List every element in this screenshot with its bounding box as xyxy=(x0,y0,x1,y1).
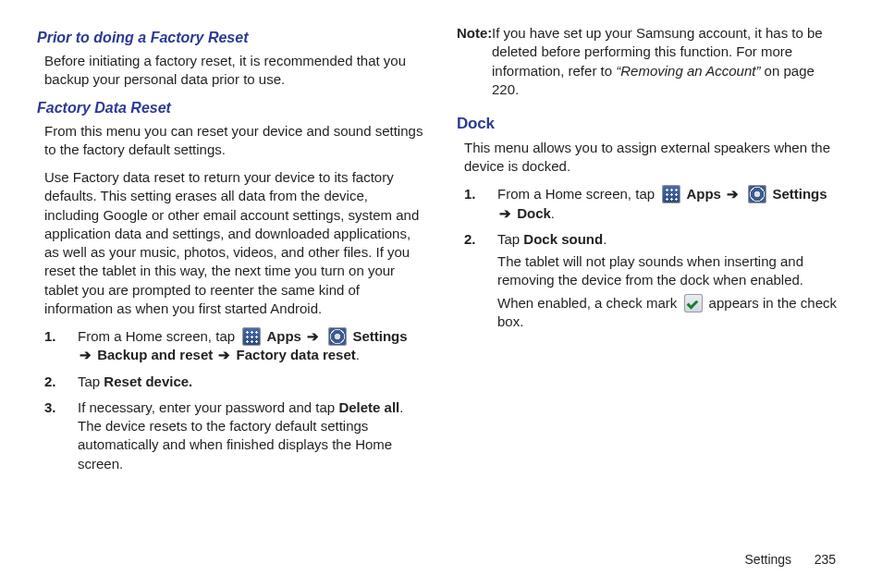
page: Prior to doing a Factory Reset Before in… xyxy=(0,0,882,588)
columns: Prior to doing a Factory Reset Before in… xyxy=(37,24,845,551)
checkmark-text-a: When enabled, a check mark xyxy=(497,295,680,311)
step-2: 2. Tap Reset device. xyxy=(65,373,423,391)
note-label: Note: xyxy=(457,24,492,43)
dock-sound-label: Dock sound xyxy=(523,231,603,247)
step-text-a: If necessary, enter your password and ta… xyxy=(78,399,338,415)
left-column: Prior to doing a Factory Reset Before in… xyxy=(37,24,423,551)
steps-right: 1. From a Home screen, tap Apps ➔ Settin… xyxy=(457,185,843,331)
factory-data-reset-label: Factory data reset xyxy=(237,347,356,362)
step-number: 2. xyxy=(464,230,476,249)
step-number: 1. xyxy=(464,185,476,203)
reset-device-label: Reset device. xyxy=(104,374,192,389)
body-factory-reset-1: From this menu you can reset your device… xyxy=(44,122,423,160)
settings-label: Settings xyxy=(352,328,407,344)
step-3: 3. If necessary, enter your password and… xyxy=(65,398,423,473)
settings-icon xyxy=(328,327,347,346)
step-text: Tap xyxy=(78,374,104,389)
backup-reset-label: Backup and reset xyxy=(97,347,213,362)
head-dock: Dock xyxy=(457,114,843,135)
arrow-icon: ➔ xyxy=(78,347,93,362)
step-number: 2. xyxy=(44,373,56,391)
step-text: From a Home screen, tap xyxy=(78,328,239,344)
steps-left: 1. From a Home screen, tap Apps ➔ Settin… xyxy=(37,327,423,473)
step-text: From a Home screen, tap xyxy=(497,186,658,202)
step-body-2: When enabled, a check mark appears in th… xyxy=(497,294,843,332)
delete-all-label: Delete all xyxy=(338,399,399,415)
dock-label: Dock xyxy=(517,205,551,221)
note-block: Note: If you have set up your Samsung ac… xyxy=(457,24,843,99)
note-body: If you have set up your Samsung account,… xyxy=(457,24,843,99)
checkmark-icon xyxy=(684,294,703,312)
subhead-prior-reset: Prior to doing a Factory Reset xyxy=(37,28,423,48)
body-prior-reset: Before initiating a factory reset, it is… xyxy=(44,52,423,90)
subhead-factory-reset: Factory Data Reset xyxy=(37,98,423,118)
footer: Settings 235 xyxy=(37,551,845,588)
note-ref-italic: “Removing an Account” xyxy=(616,63,760,79)
step-number: 1. xyxy=(44,327,56,346)
settings-label: Settings xyxy=(772,186,827,202)
body-dock: This menu allows you to assign external … xyxy=(464,139,843,177)
step-2: 2. Tap Dock sound. The tablet will not p… xyxy=(484,230,843,331)
settings-icon xyxy=(748,185,766,203)
right-column: Note: If you have set up your Samsung ac… xyxy=(457,24,843,551)
step-number: 3. xyxy=(44,398,56,417)
arrow-icon: ➔ xyxy=(305,328,321,344)
step-1: 1. From a Home screen, tap Apps ➔ Settin… xyxy=(484,185,843,223)
apps-icon xyxy=(242,327,261,346)
step-text: Tap xyxy=(497,231,523,247)
apps-label: Apps xyxy=(686,186,721,202)
apps-icon xyxy=(662,185,680,203)
arrow-icon: ➔ xyxy=(216,347,232,362)
footer-page-number: 235 xyxy=(795,551,836,569)
apps-label: Apps xyxy=(266,328,301,344)
step-1: 1. From a Home screen, tap Apps ➔ Settin… xyxy=(65,327,423,365)
footer-section: Settings xyxy=(745,552,792,567)
body-factory-reset-2: Use Factory data reset to return your de… xyxy=(44,168,423,318)
arrow-icon: ➔ xyxy=(725,186,741,202)
arrow-icon: ➔ xyxy=(497,205,513,221)
step-body-1: The tablet will not play sounds when ins… xyxy=(497,252,843,290)
